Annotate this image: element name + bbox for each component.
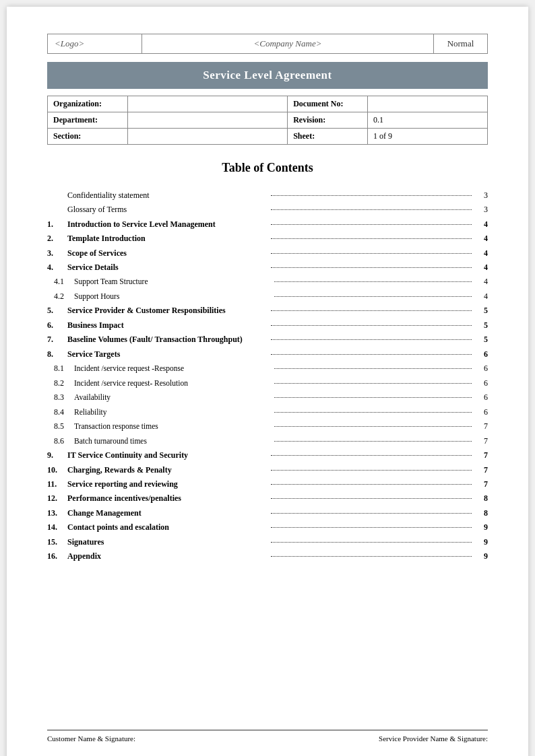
toc-item-page: 4 [474,246,488,260]
toc-item-dots [271,303,472,311]
toc-item: Confidentiality statement3 [47,188,488,202]
toc-item-label: Availability [74,391,272,405]
toc-item-dots [274,390,472,398]
toc-item: 8.6Batch turnaround times7 [47,434,488,448]
toc-item-page: 6 [474,405,488,419]
toc-item-num: 3. [47,246,67,260]
toc-item: 16.Appendix9 [47,549,488,563]
toc-item-page: 7 [474,477,488,491]
toc-item-num: 1. [47,217,67,231]
toc-item-page: 7 [474,434,488,448]
toc-item-label: Contact points and escalation [67,520,268,534]
toc-item: 11.Service reporting and reviewing7 [47,477,488,491]
title-text: Service Level Agreement [203,69,332,81]
toc-item: 8.1Incident /service request -Response6 [47,362,488,376]
section-value [127,129,287,145]
toc-item-page: 4 [474,289,488,303]
toc-item-label: IT Service Continuity and Security [67,448,268,462]
normal-label: Normal [447,38,474,48]
toc-item-dots [274,274,472,282]
toc-item-label: Business Impact [67,318,268,332]
toc-item-num: 4.2 [47,289,74,303]
toc-item-dots [271,188,472,196]
toc-item-page: 5 [474,318,488,332]
toc-item-dots [271,246,472,254]
toc-item-num: 5. [47,304,67,317]
toc-item-dots [271,332,472,340]
toc-item-page: 5 [474,333,488,346]
toc-item-num: 13. [47,506,67,520]
toc-item-page: 6 [474,390,488,404]
toc-item-page: 7 [474,419,488,433]
toc-item-num: 10. [47,463,67,477]
dept-value [127,112,287,129]
toc-item-page: 8 [474,491,488,505]
toc-item-label: Scope of Services [67,246,268,260]
toc-item-dots [271,347,472,355]
toc-item-page: 6 [474,362,488,375]
toc-item-dots [274,419,472,427]
toc-item: 1.Introduction to Service Level Manageme… [47,217,488,231]
toc-item-num: 2. [47,232,67,245]
sheet-label: Sheet: [288,129,368,145]
toc-item-num: 14. [47,520,67,534]
toc-item: 8.3Availability6 [47,390,488,405]
toc-item-num: 15. [47,535,67,549]
docno-value [367,96,487,112]
toc-item-page: 3 [474,203,488,216]
toc-item-dots [274,361,472,369]
toc-item-dots [271,318,472,326]
toc-item-num: 4.1 [47,275,74,288]
toc-item: 8.Service Targets6 [47,347,488,361]
toc-item-dots [274,405,472,413]
toc-item: 8.4Reliability6 [47,405,488,419]
toc-item-dots [271,535,472,543]
normal-cell: Normal [434,34,488,54]
section-label: Section: [48,129,128,145]
toc-item-page: 9 [474,549,488,563]
logo-cell: <Logo> [48,34,142,54]
toc-item: 14.Contact points and escalation9 [47,520,488,534]
toc-item-page: 3 [474,188,488,202]
toc-item-num: 8.1 [47,362,74,375]
toc-item-label: Support Team Structure [74,275,272,289]
toc-item-label: Performance incentives/penalties [67,491,268,505]
toc-item-num: 12. [47,491,67,505]
toc-item-page: 9 [474,535,488,549]
toc-item-page: 4 [474,217,488,231]
org-label: Organization: [48,96,128,112]
page: <Logo> <Company Name> Normal Service Lev… [7,7,528,756]
toc-item-label: Template Introduction [67,232,268,245]
toc-item-label: Reliability [74,406,272,419]
toc-item-label: Incident /service request -Response [74,362,272,376]
toc-item-label: Service Targets [67,347,268,361]
toc-item: 13.Change Management8 [47,506,488,520]
toc-item-label: Service reporting and reviewing [67,477,268,491]
toc-item-dots [271,506,472,514]
toc-item-num: 6. [47,318,67,332]
toc-item-page: 8 [474,506,488,520]
toc-item: 7.Baseline Volumes (Fault/ Transaction T… [47,333,488,346]
toc-item-label: Glossary of Terms [67,203,268,216]
toc-item-num: 8.6 [47,434,74,448]
toc-item: 15.Signatures9 [47,535,488,549]
toc-item-label: Confidentiality statement [67,188,268,202]
toc-item: 9.IT Service Continuity and Security7 [47,448,488,462]
toc-item: 4.1Support Team Structure4 [47,275,488,289]
company-name-text: <Company Name> [254,38,322,48]
toc-item-dots [271,448,472,456]
toc-item: 3.Scope of Services4 [47,246,488,260]
toc-item-label: Appendix [67,549,268,563]
logo-text: <Logo> [55,38,84,48]
toc-item: 2.Template Introduction4 [47,232,488,245]
toc-item-label: Introduction to Service Level Management [67,217,268,231]
toc-item-label: Charging, Rewards & Penalty [67,463,268,477]
toc-item: 8.2Incident /service request- Resolution… [47,376,488,390]
toc-item-page: 4 [474,275,488,288]
toc-item-page: 5 [474,304,488,317]
toc-item-dots [271,549,472,557]
toc-item-dots [271,491,472,499]
toc-title: Table of Contents [47,161,488,175]
toc-item-dots [271,477,472,485]
toc-item-page: 4 [474,261,488,274]
